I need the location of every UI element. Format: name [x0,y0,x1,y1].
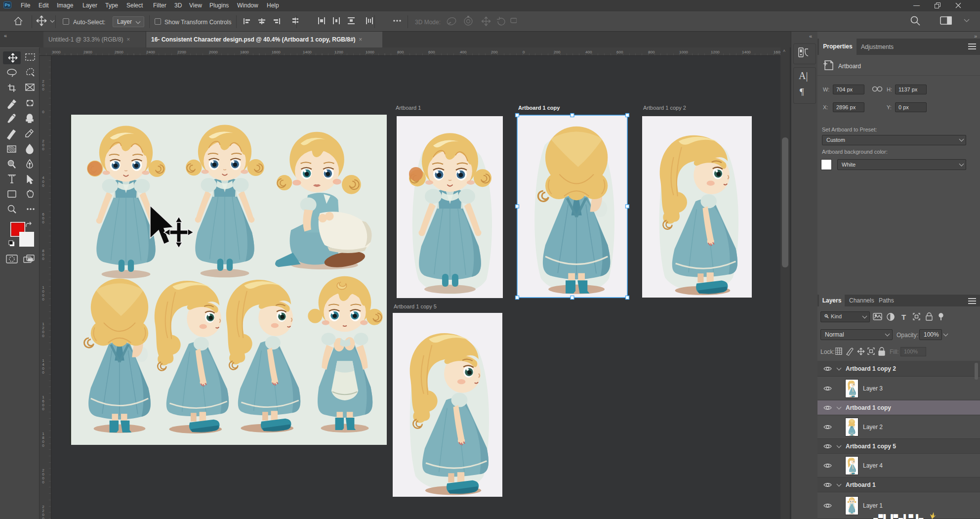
svg-text:¶: ¶ [800,86,804,97]
svg-text:A|: A| [799,70,808,82]
svg-text:T: T [901,313,906,321]
